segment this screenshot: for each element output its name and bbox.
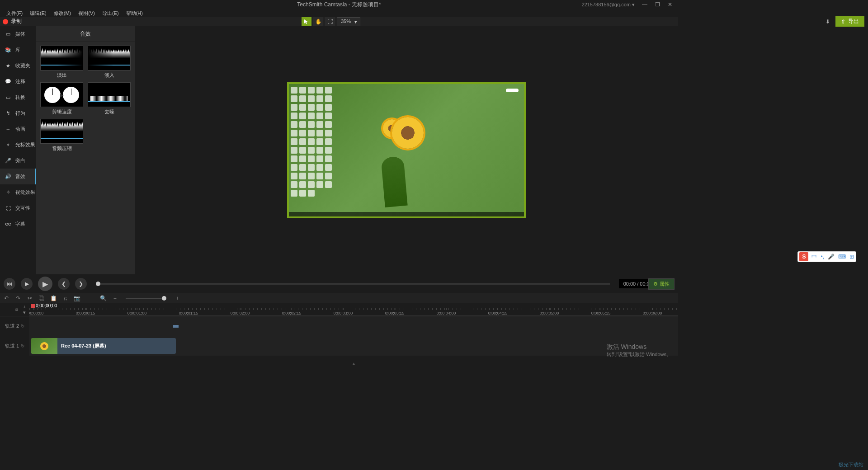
properties-button[interactable]: ⚙属性 xyxy=(648,278,675,290)
sidebar-item-cursor[interactable]: ⌖光标效果 xyxy=(0,137,36,153)
playhead-marker[interactable] xyxy=(31,304,35,308)
record-bar: 录制 ✋ ⛶ 35%▾ ⬇ ⇧导出 xyxy=(0,17,678,26)
cursor-tool[interactable] xyxy=(302,17,311,26)
track-2-row[interactable] xyxy=(29,316,678,336)
sidebar-item-animations[interactable]: →动画 xyxy=(0,121,36,137)
record-icon xyxy=(3,19,8,24)
sidebar-item-audio[interactable]: 🔊音效 xyxy=(0,169,36,184)
account-email[interactable]: 2215788156@qq.com ▾ xyxy=(582,2,635,8)
cursor-icon: ⌖ xyxy=(5,142,12,148)
track-1-label[interactable]: 轨道 1↻ xyxy=(0,336,29,356)
menu-file[interactable]: 文件(F) xyxy=(3,9,26,17)
sidebar-item-favorites[interactable]: ★收藏夹 xyxy=(0,58,36,74)
sidebar-item-transitions[interactable]: ▭转换 xyxy=(0,89,36,105)
track-2-label[interactable]: 轨道 2↻ xyxy=(0,316,29,336)
redo-button[interactable]: ↷ xyxy=(14,295,22,302)
gear-icon: ⚙ xyxy=(653,281,658,287)
clip-name: Rec 04-07-23 (屏幕) xyxy=(57,343,106,349)
maximize-icon[interactable]: ❐ xyxy=(655,2,660,7)
paste-button[interactable]: 📋 xyxy=(50,295,57,302)
annotation-icon: 💬 xyxy=(5,79,12,85)
audio-marker xyxy=(173,320,179,333)
star-icon: ★ xyxy=(5,63,12,69)
cc-icon: CC xyxy=(5,222,12,226)
play-button[interactable]: ▶ xyxy=(38,277,52,291)
sidebar-item-narration[interactable]: 🎤旁白 xyxy=(0,153,36,169)
magnet-icon[interactable]: ⧈ xyxy=(13,306,20,313)
behavior-icon: ↯ xyxy=(5,110,12,116)
effect-compress[interactable]: 音频压缩 xyxy=(40,119,84,152)
step-back-button[interactable]: ▶ xyxy=(21,278,33,290)
timeline-toolbar: ↶ ↷ ✂ ⿻ 📋 ⎌ 📷 🔍 − + xyxy=(0,293,678,303)
media-icon: ▭ xyxy=(5,31,12,37)
playback-slider[interactable] xyxy=(96,283,610,285)
clip-thumbnail xyxy=(31,338,57,354)
menu-view[interactable]: 视图(V) xyxy=(75,9,99,17)
add-track-button[interactable]: + xyxy=(21,304,28,310)
chevron-down-icon: ▾ xyxy=(354,19,357,24)
record-label: 录制 xyxy=(11,18,22,25)
sidebar-item-library[interactable]: 📚库 xyxy=(0,42,36,58)
speaker-icon: 🔊 xyxy=(5,174,12,179)
app-title: TechSmith Camtasia - 无标题项目* xyxy=(297,1,381,9)
next-frame-button[interactable]: ❯ xyxy=(75,278,87,290)
camera-button[interactable]: 📷 xyxy=(73,295,80,302)
zoom-out-button[interactable]: − xyxy=(111,295,118,302)
wand-icon: ✧ xyxy=(5,189,12,195)
record-button[interactable]: 录制 xyxy=(3,18,22,25)
zoom-slider[interactable] xyxy=(126,298,166,299)
effect-fadein[interactable]: 淡入 xyxy=(87,46,131,79)
track-1-row[interactable]: Rec 04-07-23 (屏幕) xyxy=(29,336,678,356)
menu-export[interactable]: 导出(E) xyxy=(99,9,123,17)
playback-bar: ⏮ ▶ ▶ ❮ ❯ 00:00 / 00:05 30 fps ⚙属性 xyxy=(0,274,678,293)
menu-help[interactable]: 帮助(H) xyxy=(123,9,146,17)
library-icon: 📚 xyxy=(5,47,12,53)
sidebar-item-cc[interactable]: CC字幕 xyxy=(0,216,36,232)
clip-item[interactable]: Rec 04-07-23 (屏幕) xyxy=(31,338,176,354)
zoom-in-button[interactable]: + xyxy=(174,295,181,302)
animation-icon: → xyxy=(5,127,12,132)
undo-button[interactable]: ↶ xyxy=(3,295,10,302)
transition-icon: ▭ xyxy=(5,94,12,100)
sidebar-item-annotations[interactable]: 💬注释 xyxy=(0,74,36,89)
sidebar-item-visual[interactable]: ✧视觉效果 xyxy=(0,184,36,200)
split-button[interactable]: ⎌ xyxy=(61,295,69,302)
preview-taskbar xyxy=(289,212,524,216)
preview-badge xyxy=(506,89,519,92)
effect-denoise[interactable]: 去噪 xyxy=(87,82,131,115)
desktop-icons xyxy=(291,87,333,197)
search-icon[interactable]: 🔍 xyxy=(99,295,107,302)
effect-clipspeed[interactable]: ▶ 剪辑速度 xyxy=(40,82,84,115)
preview-frame[interactable] xyxy=(289,84,524,216)
prev-frame-button[interactable]: ⏮ xyxy=(4,278,15,290)
minimize-icon[interactable]: — xyxy=(642,2,647,7)
timeline-ruler[interactable]: 0;00;00;00 0;00;00;00 0;00;00;15 0;00;01… xyxy=(29,303,678,316)
collapse-tracks-button[interactable]: ▾ xyxy=(21,310,28,315)
hand-tool[interactable]: ✋ xyxy=(313,17,323,26)
cut-button[interactable]: ✂ xyxy=(26,295,33,302)
sidebar-item-interactive[interactable]: ⛶交互性 xyxy=(0,200,36,216)
title-bar: TechSmith Camtasia - 无标题项目* 2215788156@q… xyxy=(0,0,678,9)
effects-panel: 音效 淡出 淡入 ▶ 剪辑速度 去噪 音频压缩 xyxy=(36,26,135,274)
sidebar: ▭媒体 📚库 ★收藏夹 💬注释 ▭转换 ↯行为 →动画 ⌖光标效果 🎤旁白 🔊音… xyxy=(0,26,36,274)
effect-fadeout[interactable]: 淡出 xyxy=(40,46,84,79)
sidebar-item-media[interactable]: ▭媒体 xyxy=(0,26,36,42)
menu-edit[interactable]: 编辑(E) xyxy=(26,9,50,17)
scroll-handle[interactable]: ▲ xyxy=(352,361,356,366)
timeline: ⧈ + ▾ 轨道 2↻ 轨道 1↻ 0;00;00;00 0;00;00;00 … xyxy=(0,303,678,367)
copy-button[interactable]: ⿻ xyxy=(38,295,45,302)
zoom-select[interactable]: 35%▾ xyxy=(337,17,360,26)
sidebar-item-behaviors[interactable]: ↯行为 xyxy=(0,105,36,121)
panel-title: 音效 xyxy=(36,26,135,42)
sunflower-image xyxy=(383,117,433,167)
menu-bar: 文件(F) 编辑(E) 修改(M) 视图(V) 导出(E) 帮助(H) xyxy=(0,9,678,17)
canvas-area[interactable] xyxy=(135,26,678,274)
menu-modify[interactable]: 修改(M) xyxy=(50,9,75,17)
step-fwd-button[interactable]: ❮ xyxy=(58,278,70,290)
mic-icon: 🎤 xyxy=(5,158,12,164)
crop-tool[interactable]: ⛶ xyxy=(325,17,335,26)
close-icon[interactable]: ✕ xyxy=(667,2,673,7)
interactive-icon: ⛶ xyxy=(5,206,12,211)
